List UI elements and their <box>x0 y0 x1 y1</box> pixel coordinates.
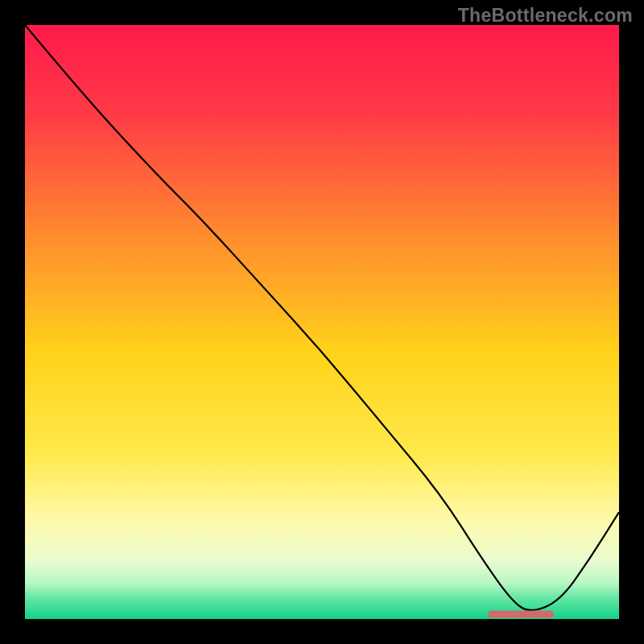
watermark-text: TheBottleneck.com <box>458 5 633 27</box>
optimum-marker <box>489 611 554 618</box>
chart-background-gradient <box>25 25 619 619</box>
bottleneck-chart <box>25 25 619 619</box>
